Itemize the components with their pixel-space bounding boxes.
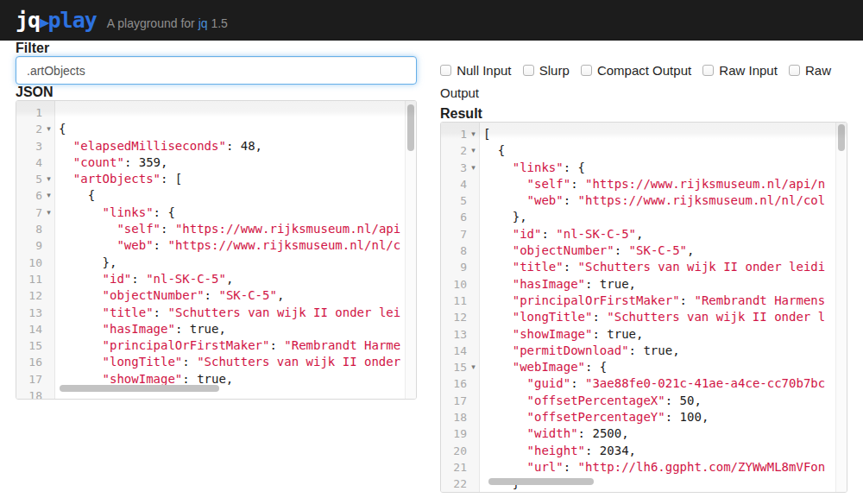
code-line: 9 "web": "https://www.rijksmuseum.nl/nl/…	[16, 237, 416, 254]
code-text: "principalOrFirstMaker": "Rembrandt Harm…	[55, 337, 416, 354]
fold-gutter-spacer	[42, 337, 55, 354]
code-line: 19 "width": 2500,	[441, 425, 847, 442]
fold-gutter-spacer	[42, 271, 55, 287]
jq-manual-link[interactable]: jq	[198, 16, 208, 30]
line-number: 13	[441, 326, 467, 343]
code-line: 3▾ "links": {	[441, 160, 847, 176]
code-line: 3 "elapsedMilliseconds": 48,	[16, 138, 416, 154]
result-output-editor[interactable]: 1▾[2▾ {3▾ "links": {4 "self": "https://w…	[440, 122, 847, 493]
code-line: 1	[16, 104, 416, 121]
code-text: {	[480, 142, 847, 159]
fold-gutter-spacer	[467, 259, 480, 275]
fold-arrow-icon[interactable]: ▾	[467, 160, 480, 176]
fold-arrow-icon[interactable]: ▾	[42, 121, 55, 137]
code-line: 12 "objectNumber": "SK-C-5",	[16, 287, 416, 304]
fold-arrow-icon[interactable]: ▾	[42, 171, 55, 187]
horizontal-scrollbar-thumb[interactable]	[488, 478, 594, 485]
fold-arrow-icon[interactable]: ▾	[467, 142, 480, 159]
null-input-checkbox[interactable]	[440, 65, 451, 76]
logo-text-jq: jq	[16, 8, 40, 33]
vertical-scrollbar-track[interactable]	[835, 123, 847, 492]
slurp-option[interactable]: Slurp	[523, 63, 570, 78]
line-number: 11	[16, 271, 42, 287]
line-number: 7	[441, 226, 467, 243]
line-number: 3	[441, 160, 467, 176]
line-number: 22	[441, 476, 467, 492]
line-number: 12	[441, 309, 467, 325]
compact-output-checkbox[interactable]	[581, 65, 592, 76]
line-number: 5	[16, 171, 42, 187]
code-text: "longTitle": "Schutters van wijk II onde…	[55, 354, 416, 370]
code-line: 2▾ {	[441, 142, 847, 159]
compact-output-option[interactable]: Compact Output	[581, 63, 691, 78]
json-heading: JSON	[16, 85, 417, 100]
null-input-label: Null Input	[457, 63, 511, 78]
fold-gutter-spacer	[467, 209, 480, 225]
code-line: 1▾[	[441, 126, 847, 142]
code-line: 2▾{	[16, 121, 416, 137]
code-line: 6▾ {	[16, 187, 416, 204]
vertical-scrollbar-track[interactable]	[405, 101, 416, 399]
code-text: "hasImage": true,	[480, 276, 847, 293]
slurp-checkbox[interactable]	[523, 65, 534, 76]
fold-gutter-spacer	[467, 409, 480, 425]
code-text: "count": 359,	[55, 154, 416, 171]
code-line: 12 "longTitle": "Schutters van wijk II o…	[441, 309, 847, 325]
filter-input[interactable]	[16, 56, 417, 85]
code-text: "offsetPercentageX": 50,	[480, 393, 847, 409]
fold-gutter-spacer	[467, 243, 480, 259]
code-line: 16 "guid": "3ae88fe0-021c-41ae-a4ce-cc70…	[441, 375, 847, 392]
line-number: 7	[16, 205, 42, 221]
code-text: },	[480, 209, 847, 225]
fold-arrow-icon[interactable]: ▾	[42, 187, 55, 204]
fold-gutter-spacer	[467, 393, 480, 409]
line-number: 4	[441, 176, 467, 192]
fold-arrow-icon[interactable]: ▾	[467, 359, 480, 375]
fold-gutter-spacer	[42, 387, 55, 399]
code-text: "web": "https://www.rijksmuseum.nl/nl/c	[55, 237, 416, 254]
code-line: 15 "principalOrFirstMaker": "Rembrandt H…	[16, 337, 416, 354]
code-text: "objectNumber": "SK-C-5",	[480, 243, 847, 259]
code-line: 5 "web": "https://www.rijksmuseum.nl/nl/…	[441, 192, 847, 209]
fold-arrow-icon[interactable]: ▾	[42, 205, 55, 221]
raw-input-option[interactable]: Raw Input	[702, 63, 778, 78]
fold-gutter-spacer	[467, 326, 480, 343]
fold-gutter-spacer	[42, 354, 55, 370]
fold-gutter-spacer	[467, 276, 480, 293]
line-number: 5	[441, 192, 467, 209]
line-number: 8	[16, 221, 42, 237]
line-number: 10	[16, 255, 42, 271]
fold-gutter-spacer	[42, 255, 55, 271]
line-number: 6	[16, 187, 42, 204]
code-line: 16 "longTitle": "Schutters van wijk II o…	[16, 354, 416, 370]
code-line: 4 "self": "https://www.rijksmuseum.nl/ap…	[441, 176, 847, 192]
fold-gutter-spacer	[42, 287, 55, 304]
line-number: 15	[16, 337, 42, 354]
line-number: 4	[16, 154, 42, 171]
subtitle-prefix: A playground for	[107, 16, 195, 30]
json-input-editor[interactable]: 12▾{3 "elapsedMilliseconds": 48,4 "count…	[16, 100, 417, 400]
line-number: 3	[16, 138, 42, 154]
code-line: 7 "id": "nl-SK-C-5",	[441, 226, 847, 243]
line-number: 16	[441, 375, 467, 392]
null-input-option[interactable]: Null Input	[440, 63, 512, 78]
fold-gutter-spacer	[467, 293, 480, 309]
raw-output-checkbox[interactable]	[789, 65, 800, 76]
app-logo[interactable]: jq▶play	[16, 0, 97, 42]
horizontal-scrollbar-thumb[interactable]	[60, 385, 219, 392]
fold-gutter-spacer	[467, 476, 480, 492]
vertical-scrollbar-thumb[interactable]	[838, 124, 845, 151]
code-line: 14 "hasImage": true,	[16, 321, 416, 337]
fold-gutter-spacer	[42, 305, 55, 321]
code-line: 13 "showImage": true,	[441, 326, 847, 343]
code-line: 14 "permitDownload": true,	[441, 343, 847, 359]
fold-arrow-icon[interactable]: ▾	[467, 126, 480, 142]
line-number: 21	[441, 459, 467, 476]
raw-input-checkbox[interactable]	[702, 65, 714, 76]
fold-gutter-spacer	[42, 321, 55, 337]
play-triangle-icon: ▶	[40, 12, 47, 31]
vertical-scrollbar-thumb[interactable]	[407, 104, 414, 151]
main-content: Filter JSON 12▾{3 "elapsedMilliseconds":…	[0, 41, 863, 493]
code-line: 21 "url": "http://lh6.ggpht.com/ZYWwML8m…	[441, 459, 847, 476]
line-number: 2	[16, 121, 42, 137]
